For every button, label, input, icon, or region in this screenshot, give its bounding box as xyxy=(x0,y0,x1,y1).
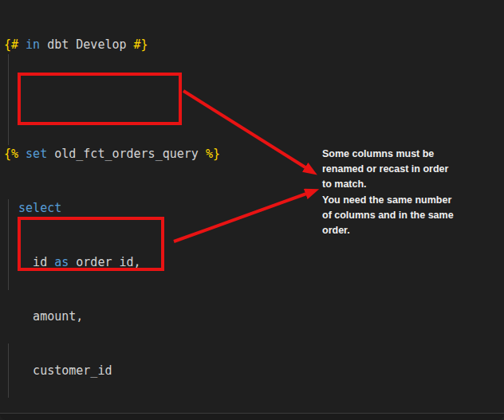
code-token: order_id, xyxy=(69,255,140,269)
code-token xyxy=(18,147,26,161)
code-line[interactable]: id as order_id, xyxy=(4,253,242,272)
code-token: {# xyxy=(4,37,18,52)
note-line: of columns and in the same xyxy=(322,208,482,223)
code-line[interactable]: amount, xyxy=(4,308,242,326)
code-token: select xyxy=(18,201,61,215)
note-line: Some columns must be xyxy=(322,147,482,162)
code-token: old_fct_orders_query xyxy=(47,147,206,161)
code-token: id xyxy=(4,255,54,269)
note-line: to match. xyxy=(322,177,482,192)
code-token: as xyxy=(54,255,69,269)
code-token: dbt Develop xyxy=(40,37,133,52)
code-line[interactable]: {% set old_fct_orders_query %} xyxy=(4,145,242,163)
window-bottom-edge xyxy=(0,413,504,420)
code-token xyxy=(18,37,26,52)
code-area[interactable]: {# in dbt Develop #} {% set old_fct_orde… xyxy=(4,0,242,420)
code-line[interactable]: customer_id xyxy=(4,362,242,380)
code-token: %} xyxy=(206,147,220,161)
code-line[interactable] xyxy=(4,91,242,109)
code-token: amount, xyxy=(4,309,83,324)
annotation-note: Some columns must be renamed or recast i… xyxy=(322,147,482,238)
code-line[interactable]: {# in dbt Develop #} xyxy=(4,36,242,54)
code-token: customer_id xyxy=(4,363,112,378)
code-token: {% xyxy=(4,147,18,161)
code-token: in xyxy=(26,37,40,52)
code-token: set xyxy=(26,147,47,161)
code-token xyxy=(4,201,18,215)
code-token: #} xyxy=(134,37,148,52)
note-line: You need the same number xyxy=(322,193,482,208)
note-line: order. xyxy=(322,223,482,238)
code-line[interactable]: select xyxy=(4,199,242,218)
note-line: renamed or recast in order xyxy=(322,162,482,177)
code-editor: {# in dbt Develop #} {% set old_fct_orde… xyxy=(0,0,504,420)
